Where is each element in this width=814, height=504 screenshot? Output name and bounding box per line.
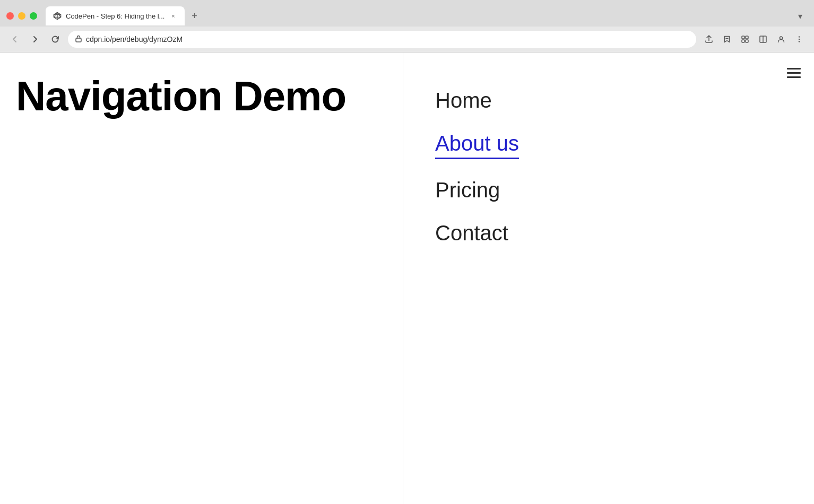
nav-link-about[interactable]: About us xyxy=(435,132,519,159)
new-tab-button[interactable]: + xyxy=(187,8,202,23)
maximize-window-button[interactable] xyxy=(30,12,37,20)
svg-rect-7 xyxy=(742,36,744,39)
url-bar[interactable]: cdpn.io/pen/debug/dymzOzM xyxy=(68,31,696,48)
reader-mode-button[interactable] xyxy=(756,32,770,47)
nav-link-home[interactable]: Home xyxy=(435,89,814,112)
list-item: Home xyxy=(435,79,814,122)
tab-title: CodePen - Step 6: Hiding the l... xyxy=(66,12,164,20)
svg-point-12 xyxy=(780,37,783,39)
tab-bar: CodePen - Step 6: Hiding the l... × + ▾ xyxy=(46,6,808,25)
svg-point-15 xyxy=(799,41,800,42)
svg-rect-9 xyxy=(742,40,744,42)
tab-close-button[interactable]: × xyxy=(169,12,177,20)
reload-button[interactable] xyxy=(48,32,63,47)
title-bar: CodePen - Step 6: Hiding the l... × + ▾ xyxy=(0,0,814,27)
more-options-button[interactable] xyxy=(792,32,807,47)
svg-point-14 xyxy=(799,39,800,40)
viewport: Navigation Demo Home About us Pricing Co… xyxy=(0,53,814,504)
minimize-window-button[interactable] xyxy=(18,12,25,20)
forward-button[interactable] xyxy=(28,32,42,47)
nav-list: Home About us Pricing Contact xyxy=(435,79,814,255)
nav-link-pricing[interactable]: Pricing xyxy=(435,178,814,202)
svg-point-13 xyxy=(799,36,800,37)
hamburger-line-1 xyxy=(787,68,801,69)
svg-rect-6 xyxy=(76,38,81,42)
address-bar: cdpn.io/pen/debug/dymzOzM xyxy=(0,27,814,52)
nav-pane: Home About us Pricing Contact xyxy=(403,53,814,504)
list-item: About us xyxy=(435,122,814,169)
address-actions xyxy=(702,32,807,47)
extensions-button[interactable] xyxy=(738,32,752,47)
page-content: Navigation Demo xyxy=(0,53,403,504)
traffic-lights xyxy=(6,12,37,20)
hamburger-line-3 xyxy=(787,76,801,78)
list-item: Pricing xyxy=(435,169,814,212)
codepen-icon xyxy=(53,12,62,20)
url-text: cdpn.io/pen/debug/dymzOzM xyxy=(86,35,689,44)
hamburger-button[interactable] xyxy=(784,63,803,82)
list-item: Contact xyxy=(435,212,814,255)
hamburger-line-2 xyxy=(787,72,801,74)
back-button[interactable] xyxy=(7,32,22,47)
share-button[interactable] xyxy=(702,32,716,47)
page-title: Navigation Demo xyxy=(16,74,346,119)
browser-chrome: CodePen - Step 6: Hiding the l... × + ▾ xyxy=(0,0,814,53)
lock-icon xyxy=(75,35,82,44)
close-window-button[interactable] xyxy=(6,12,14,20)
nav-link-contact[interactable]: Contact xyxy=(435,221,814,245)
svg-rect-8 xyxy=(746,36,748,39)
profile-button[interactable] xyxy=(774,32,789,47)
svg-rect-10 xyxy=(746,40,748,42)
active-tab[interactable]: CodePen - Step 6: Hiding the l... × xyxy=(46,6,185,25)
bookmark-button[interactable] xyxy=(720,32,734,47)
tab-dropdown-button[interactable]: ▾ xyxy=(793,8,808,23)
